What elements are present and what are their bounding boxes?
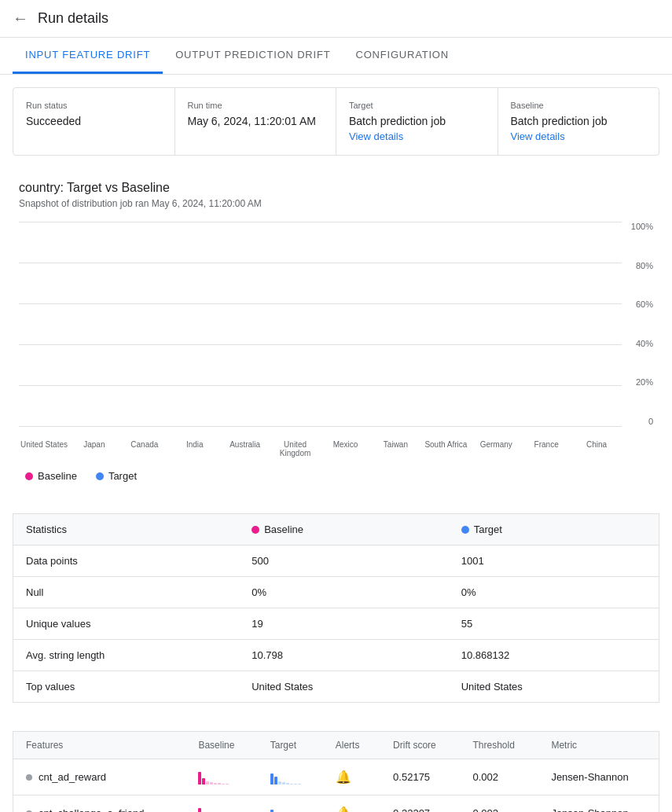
page-title: Run details <box>38 10 108 27</box>
feature-name-text: cnt_ad_reward <box>39 771 106 783</box>
y-label-0: 0 <box>648 417 653 426</box>
feature-target-cell <box>258 759 323 795</box>
stats-col-target: Target <box>449 514 659 546</box>
chart-legend: Baseline Target <box>19 470 653 482</box>
features-col-drift-score: Drift score <box>380 732 460 759</box>
y-label-20: 20% <box>636 377 653 387</box>
statistics-section: Statistics Baseline Target Data points50… <box>0 501 672 715</box>
sp-bar <box>226 784 229 784</box>
stats-row-target: 10.868132 <box>449 640 659 671</box>
stats-baseline-label: Baseline <box>264 524 303 535</box>
stats-row-1: Null0%0% <box>13 577 659 608</box>
sp-bar <box>206 781 209 784</box>
run-time-value: May 6, 2024, 11:20:01 AM <box>188 115 324 127</box>
features-col-metric: Metric <box>538 732 659 759</box>
tab-configuration[interactable]: CONFIGURATION <box>343 38 461 74</box>
x-label-taiwan: Taiwan <box>370 437 420 457</box>
features-col-alerts: Alerts <box>323 732 380 759</box>
x-label-japan: Japan <box>69 437 119 457</box>
feature-name: cnt_ad_reward <box>26 771 173 783</box>
sp-bar <box>290 784 293 784</box>
feature-name-cell: cnt_challenge_a_friend <box>13 795 186 813</box>
baseline-label: Baseline <box>511 101 647 110</box>
sp-bar <box>198 808 201 812</box>
features-col-threshold: Threshold <box>461 732 539 759</box>
baseline-view-details-link[interactable]: View details <box>511 130 565 142</box>
target-value: Batch prediction job <box>349 115 485 127</box>
legend-baseline: Baseline <box>25 470 77 482</box>
y-label-40: 40% <box>636 339 653 348</box>
features-col-target: Target <box>258 732 323 759</box>
features-section: Features Baseline Target Alerts Drift sc… <box>0 718 672 812</box>
sp-bar <box>210 782 213 784</box>
stats-row-baseline: United States <box>239 671 449 703</box>
sp-bar <box>298 784 301 784</box>
statistics-table: Statistics Baseline Target Data points50… <box>13 513 659 703</box>
stats-body: Data points5001001Null0%0%Unique values1… <box>13 546 659 703</box>
baseline-card: Baseline Batch prediction job View detai… <box>498 88 659 155</box>
run-time-label: Run time <box>188 101 324 110</box>
x-label-china: China <box>571 437 622 457</box>
tab-input-feature-drift[interactable]: INPUT FEATURE DRIFT <box>13 38 163 74</box>
feature-baseline-cell <box>185 795 257 813</box>
run-status-card: Run status Succeeded <box>13 88 175 155</box>
target-sparkline <box>270 803 301 812</box>
feature-threshold-cell: 0.002 <box>461 795 539 813</box>
chart-container: 100% 80% 60% 40% 20% 0 United StatesJapa… <box>19 222 653 457</box>
feature-row: cnt_challenge_a_friend 🔔0.322070.002Jens… <box>13 795 659 813</box>
y-label-80: 80% <box>636 261 653 270</box>
x-label-india: India <box>170 437 220 457</box>
target-label: Target <box>349 101 485 110</box>
back-button[interactable]: ← <box>13 9 28 28</box>
sp-bar <box>282 782 285 784</box>
stats-row-label: Null <box>13 577 240 608</box>
stats-row-target: 55 <box>449 608 659 640</box>
alert-icon: 🔔 <box>336 770 351 784</box>
feature-name: cnt_challenge_a_friend <box>26 807 173 812</box>
legend-target-label: Target <box>108 470 137 482</box>
baseline-sparkline <box>198 767 229 784</box>
stats-row-label: Data points <box>13 546 240 577</box>
stats-row-0: Data points5001001 <box>13 546 659 577</box>
sp-bar <box>202 778 205 784</box>
features-header-row: Features Baseline Target Alerts Drift sc… <box>13 732 659 759</box>
feature-name-text: cnt_challenge_a_friend <box>39 807 144 812</box>
stats-row-baseline: 500 <box>239 546 449 577</box>
status-cards: Run status Succeeded Run time May 6, 202… <box>13 87 659 156</box>
baseline-dot <box>25 472 33 480</box>
sp-bar <box>278 781 281 784</box>
chart-y-axis: 100% 80% 60% 40% 20% 0 <box>631 222 653 426</box>
feature-dot <box>26 774 32 781</box>
stats-row-target: 1001 <box>449 546 659 577</box>
feature-metric-cell: Jensen-Shannon <box>538 795 659 813</box>
feature-target-cell <box>258 795 323 813</box>
baseline-value: Batch prediction job <box>511 115 647 127</box>
stats-target-dot <box>461 526 469 534</box>
alert-icon: 🔔 <box>336 806 351 812</box>
feature-metric-cell: Jensen-Shannon <box>538 759 659 795</box>
gridline-0 <box>19 426 622 427</box>
chart-area <box>19 222 622 426</box>
status-section: Run status Succeeded Run time May 6, 202… <box>0 75 672 168</box>
stats-row-baseline: 0% <box>239 577 449 608</box>
run-status-value: Succeeded <box>26 115 162 127</box>
sp-bar <box>218 783 221 784</box>
x-label-united-states: United States <box>19 437 69 457</box>
feature-name-cell: cnt_ad_reward <box>13 759 186 795</box>
chart-title: country: Target vs Baseline <box>19 181 653 195</box>
sp-bar <box>270 773 274 784</box>
legend-target: Target <box>96 470 137 482</box>
features-body: cnt_ad_reward 🔔0.521750.002Jensen-Shanno… <box>13 759 659 813</box>
stats-row-label: Unique values <box>13 608 240 640</box>
x-label-france: France <box>521 437 571 457</box>
x-label-south-africa: South Africa <box>420 437 471 457</box>
x-label-canada: Canada <box>119 437 170 457</box>
feature-alerts-cell: 🔔 <box>323 795 380 813</box>
tab-output-prediction-drift[interactable]: OUTPUT PREDICTION DRIFT <box>163 38 343 74</box>
run-time-card: Run time May 6, 2024, 11:20:01 AM <box>175 88 337 155</box>
stats-row-baseline: 19 <box>239 608 449 640</box>
stats-row-label: Top values <box>13 671 240 703</box>
stats-row-2: Unique values1955 <box>13 608 659 640</box>
tab-bar: INPUT FEATURE DRIFT OUTPUT PREDICTION DR… <box>0 38 672 75</box>
target-view-details-link[interactable]: View details <box>349 130 403 142</box>
